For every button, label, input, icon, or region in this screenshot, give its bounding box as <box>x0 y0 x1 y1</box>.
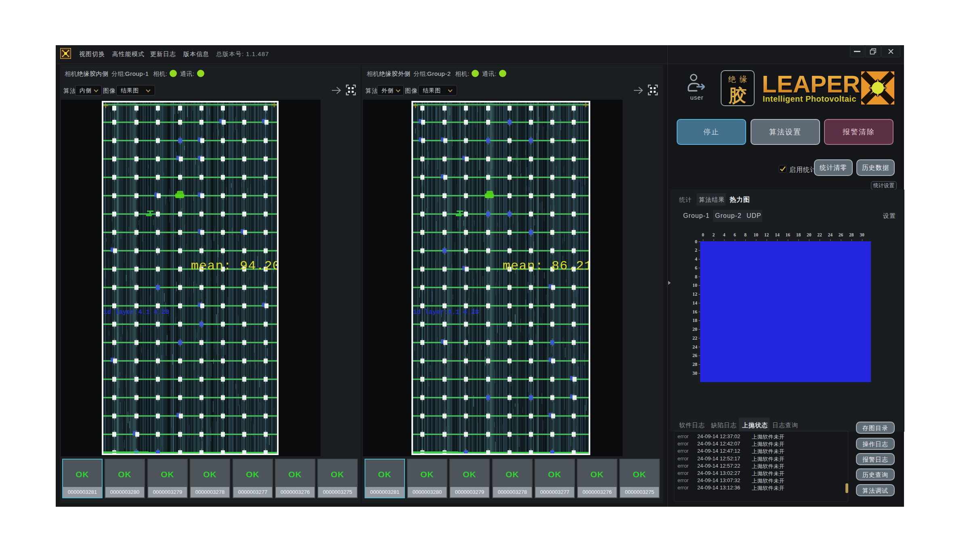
svg-text:14: 14 <box>775 232 780 237</box>
svg-text:4: 4 <box>695 256 697 262</box>
svg-text:mean: 94.20: mean: 94.20 <box>191 259 279 274</box>
svg-text:6: 6 <box>695 265 697 271</box>
svg-text:8: 8 <box>744 232 747 237</box>
svg-text:24: 24 <box>828 232 833 237</box>
svg-text:30: 30 <box>860 232 864 237</box>
svg-text:28: 28 <box>849 232 854 237</box>
svg-text:2: 2 <box>695 247 697 253</box>
svg-text:28: 28 <box>692 361 697 367</box>
svg-text:0: 0 <box>702 232 704 237</box>
svg-text:22: 22 <box>692 335 697 341</box>
svg-text:18: 18 <box>692 318 697 323</box>
svg-text:12: 12 <box>692 291 697 297</box>
svg-text:10: 10 <box>692 282 697 288</box>
svg-text:20: 20 <box>807 232 812 237</box>
svg-text:1d layer:4.1 4.28: 1d layer:4.1 4.28 <box>413 309 479 316</box>
svg-text:20: 20 <box>692 326 697 332</box>
svg-text:16: 16 <box>692 309 697 315</box>
svg-text:14: 14 <box>692 300 697 306</box>
svg-text:16: 16 <box>785 232 790 237</box>
svg-text:8: 8 <box>695 274 697 280</box>
svg-text:4: 4 <box>723 232 726 237</box>
svg-text:26: 26 <box>839 232 843 237</box>
svg-text:0: 0 <box>695 239 697 244</box>
svg-text:18: 18 <box>796 232 801 237</box>
svg-text:10: 10 <box>754 232 759 237</box>
svg-text:1d layer:4.1 4.28: 1d layer:4.1 4.28 <box>103 309 169 316</box>
svg-text:12: 12 <box>764 232 769 237</box>
svg-text:mean: 86.21: mean: 86.21 <box>503 259 590 274</box>
svg-text:30: 30 <box>692 370 697 376</box>
svg-text:24: 24 <box>692 344 697 350</box>
svg-text:26: 26 <box>692 353 697 358</box>
svg-text:6: 6 <box>734 232 736 237</box>
svg-text:22: 22 <box>817 232 822 237</box>
svg-text:2: 2 <box>712 232 715 237</box>
